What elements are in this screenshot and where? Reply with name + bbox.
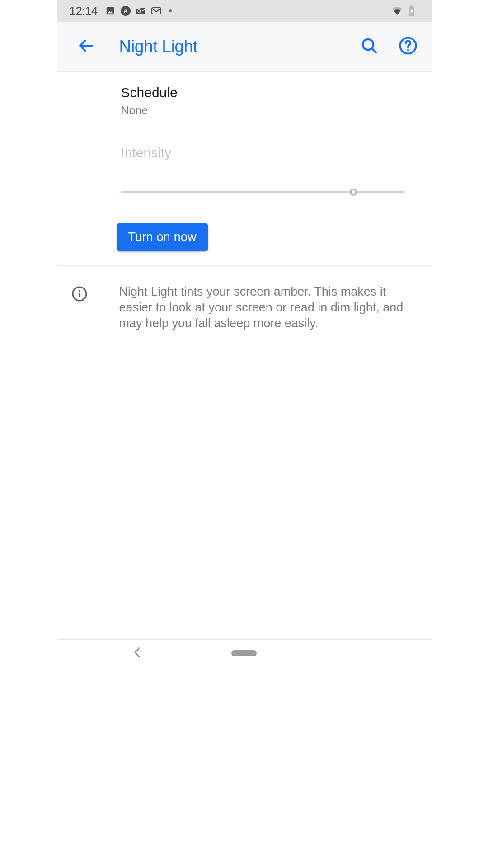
schedule-value: None: [121, 104, 404, 117]
status-bar-right: [392, 5, 417, 16]
info-text: Night Light tints your screen amber. Thi…: [119, 284, 404, 331]
battery-charging-icon: [406, 5, 417, 16]
wifi-icon: [392, 5, 403, 16]
svg-text:#: #: [124, 7, 127, 14]
chevron-left-icon: [133, 647, 141, 660]
svg-rect-0: [107, 7, 114, 15]
status-time: 12:14: [70, 4, 98, 18]
intensity-label: Intensity: [121, 145, 404, 160]
mail-icon: [151, 5, 162, 16]
help-button[interactable]: [395, 34, 421, 59]
info-icon: [71, 286, 88, 331]
slider-thumb-icon: [350, 189, 357, 196]
app-bar: Night Light: [57, 22, 432, 72]
page-title: Night Light: [119, 37, 198, 56]
status-bar: 12:14 # O: [57, 0, 432, 22]
svg-rect-9: [410, 6, 413, 7]
hash-badge-icon: #: [120, 5, 131, 16]
back-button[interactable]: [73, 34, 99, 59]
outlook-icon: O: [136, 5, 146, 16]
turn-on-now-button[interactable]: Turn on now: [117, 223, 208, 251]
search-icon: [360, 37, 378, 57]
schedule-setting[interactable]: Schedule None: [57, 72, 432, 117]
overflow-dot-icon: [169, 9, 172, 12]
search-button[interactable]: [357, 34, 382, 59]
nav-back-button[interactable]: [132, 648, 143, 659]
svg-point-15: [407, 49, 408, 51]
system-nav-bar: [57, 639, 432, 666]
svg-text:O: O: [137, 9, 141, 14]
svg-rect-7: [152, 8, 161, 14]
intensity-slider[interactable]: [121, 188, 404, 197]
info-block: Night Light tints your screen amber. Thi…: [57, 266, 432, 331]
svg-point-18: [79, 290, 80, 292]
status-bar-left: 12:14 # O: [70, 4, 172, 18]
intensity-setting: Intensity: [57, 117, 432, 197]
schedule-label: Schedule: [121, 85, 404, 100]
image-icon: [105, 5, 116, 16]
gesture-handle[interactable]: [231, 650, 257, 656]
help-circle-icon: [399, 36, 418, 57]
arrow-left-icon: [77, 37, 94, 56]
svg-line-13: [372, 48, 376, 52]
